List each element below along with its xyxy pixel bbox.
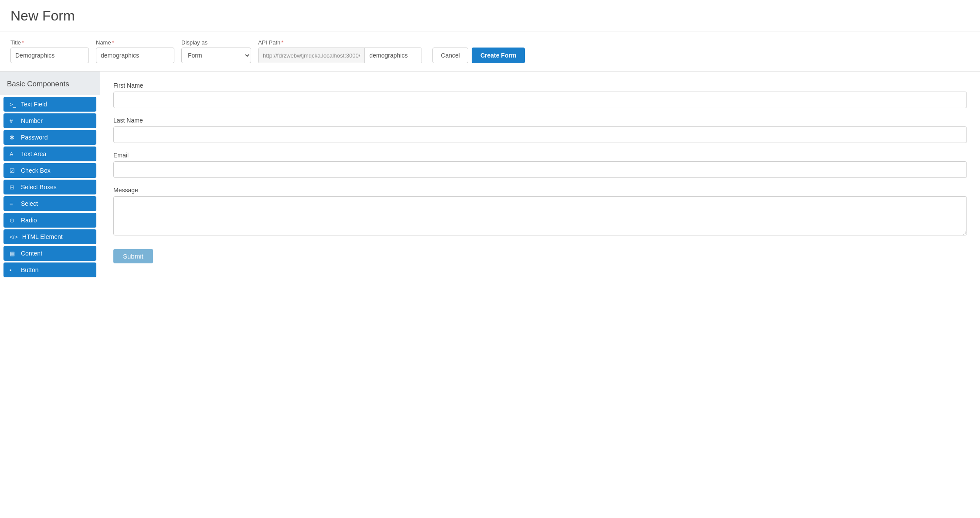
form-area: First Name Last Name Email Message Submi… (100, 72, 980, 518)
html-element-icon: </> (10, 234, 18, 240)
first-name-label: First Name (113, 82, 967, 89)
sidebar-item-label: Text Area (21, 150, 46, 157)
email-label: Email (113, 152, 967, 159)
create-form-button[interactable]: Create Form (472, 48, 525, 63)
api-path-inputs: http://fdrzwebwtjmqcka.localhost:3000/ (258, 48, 422, 63)
sidebar-item-label: Check Box (21, 167, 51, 174)
page-title: New Form (0, 0, 980, 31)
radio-icon: ⊙ (10, 217, 17, 224)
api-base-url: http://fdrzwebwtjmqcka.localhost:3000/ (259, 48, 365, 63)
sidebar-item-label: Content (21, 250, 42, 257)
message-textarea[interactable] (113, 196, 967, 235)
sidebar-header: Basic Components (0, 72, 100, 95)
sidebar-item-content[interactable]: ▤ Content (3, 246, 96, 261)
name-label: Name* (96, 39, 174, 46)
email-input[interactable] (113, 161, 967, 178)
api-suffix-input[interactable] (365, 48, 422, 63)
sidebar-item-label: Number (21, 117, 43, 124)
cancel-button[interactable]: Cancel (432, 48, 468, 63)
sidebar: Basic Components >_ Text Field # Number … (0, 72, 100, 518)
display-label: Display as (181, 39, 251, 46)
api-path-field: API Path* http://fdrzwebwtjmqcka.localho… (258, 39, 422, 63)
email-group: Email (113, 152, 967, 178)
main-content: Basic Components >_ Text Field # Number … (0, 72, 980, 518)
api-path-label: API Path* (258, 39, 422, 46)
title-label: Title* (10, 39, 89, 46)
sidebar-item-radio[interactable]: ⊙ Radio (3, 213, 96, 228)
message-group: Message (113, 187, 967, 237)
display-field: Display as FormWizardPDF (181, 39, 251, 63)
title-field: Title* (10, 39, 89, 63)
last-name-group: Last Name (113, 117, 967, 143)
sidebar-item-select-boxes[interactable]: ⊞ Select Boxes (3, 180, 96, 194)
sidebar-item-label: Radio (21, 217, 37, 224)
select-icon: ≡ (10, 201, 17, 207)
number-icon: # (10, 118, 17, 124)
button-icon: ▪ (10, 267, 17, 273)
check-box-icon: ☑ (10, 167, 17, 174)
content-icon: ▤ (10, 250, 17, 257)
title-input[interactable] (10, 48, 89, 63)
sidebar-item-check-box[interactable]: ☑ Check Box (3, 163, 96, 178)
password-icon: ✱ (10, 134, 17, 141)
sidebar-item-text-area[interactable]: A Text Area (3, 147, 96, 161)
sidebar-item-html-element[interactable]: </> HTML Element (3, 229, 96, 244)
sidebar-item-label: Select (21, 200, 38, 207)
message-label: Message (113, 187, 967, 194)
text-area-icon: A (10, 151, 17, 157)
sidebar-item-text-field[interactable]: >_ Text Field (3, 97, 96, 112)
first-name-input[interactable] (113, 92, 967, 108)
name-input[interactable] (96, 48, 174, 63)
sidebar-item-label: Select Boxes (21, 184, 57, 191)
select-boxes-icon: ⊞ (10, 184, 17, 191)
text-field-icon: >_ (10, 101, 17, 108)
sidebar-item-button[interactable]: ▪ Button (3, 262, 96, 277)
sidebar-item-label: HTML Element (22, 233, 63, 240)
sidebar-item-label: Button (21, 266, 38, 273)
sidebar-item-number[interactable]: # Number (3, 113, 96, 128)
sidebar-item-select[interactable]: ≡ Select (3, 196, 96, 211)
sidebar-item-password[interactable]: ✱ Password (3, 130, 96, 145)
sidebar-item-label: Password (21, 134, 48, 141)
submit-button[interactable]: Submit (113, 249, 153, 263)
display-select[interactable]: FormWizardPDF (181, 48, 251, 63)
last-name-input[interactable] (113, 126, 967, 143)
header-buttons: Cancel Create Form (432, 48, 525, 63)
form-header: Title* Name* Display as FormWizardPDF AP… (0, 31, 980, 72)
first-name-group: First Name (113, 82, 967, 108)
name-field: Name* (96, 39, 174, 63)
sidebar-item-label: Text Field (21, 101, 47, 108)
last-name-label: Last Name (113, 117, 967, 124)
